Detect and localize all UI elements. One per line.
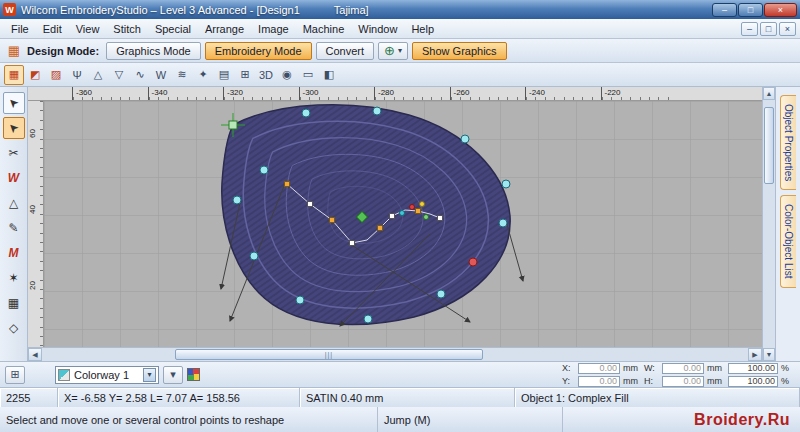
colorway-select[interactable]: Colorway 1 ▾ — [55, 366, 159, 384]
ruler-tick-label: 60 — [28, 129, 43, 205]
scale-width-input[interactable] — [728, 363, 778, 374]
horizontal-ruler: -360-340-320-300-280-260-240-220 — [28, 87, 762, 101]
stitch-toolbar-icon[interactable]: ∿ — [130, 65, 150, 85]
menu-item[interactable]: Help — [404, 21, 441, 37]
star-shape-tool-button[interactable]: ✶ — [3, 267, 25, 289]
menu-item[interactable]: File — [4, 21, 36, 37]
tab-color-object-list[interactable]: Color-Object List — [780, 195, 796, 287]
y-input[interactable] — [578, 376, 620, 387]
mdi-restore-button[interactable]: □ — [760, 22, 777, 36]
select-tool-button[interactable]: ➤ — [3, 92, 25, 114]
mdi-minimize-button[interactable]: – — [741, 22, 758, 36]
w-input[interactable] — [662, 363, 704, 374]
menu-item[interactable]: Window — [351, 21, 404, 37]
scale-height-input[interactable] — [728, 376, 778, 387]
fill-tool-button[interactable]: ▦ — [3, 292, 25, 314]
colorways-icon[interactable] — [187, 368, 200, 381]
graphics-mode-button[interactable]: Graphics Mode — [106, 42, 201, 60]
minimize-button[interactable]: – — [712, 3, 737, 17]
menu-item[interactable]: View — [69, 21, 107, 37]
monogram-tool-button[interactable]: M — [3, 242, 25, 264]
menu-item[interactable]: Special — [148, 21, 198, 37]
maximize-button[interactable]: □ — [738, 3, 763, 17]
ruler-tick-label: -360 — [72, 87, 148, 100]
stitch-toolbar-icon[interactable]: ◉ — [277, 65, 297, 85]
hoop-globe-button[interactable]: ⊕ ▾ — [378, 42, 408, 60]
colorway-swatch-icon — [58, 369, 70, 381]
ruler-tick-label: -340 — [148, 87, 224, 100]
stitch-toolbar-icon[interactable]: ⊞ — [235, 65, 255, 85]
stitch-toolbar-icon[interactable]: ▦ — [4, 65, 24, 85]
menu-item[interactable]: Machine — [296, 21, 352, 37]
embroidery-mode-button[interactable]: Embroidery Mode — [205, 42, 312, 60]
main-area: ➤ ➤ ✂ W △ ✎ M ✶ ▦ ◇ -360-340-320-300-280… — [0, 87, 800, 361]
stitch-toolbar-icon[interactable]: 3D — [256, 65, 276, 85]
scroll-down-icon[interactable]: ▼ — [763, 348, 775, 361]
horizontal-scroll-thumb[interactable]: ||| — [175, 349, 483, 360]
menu-item[interactable]: Arrange — [198, 21, 251, 37]
title-bar: W Wilcom EmbroideryStudio – Level 3 Adva… — [0, 0, 800, 19]
menu-bar: FileEditViewStitchSpecialArrangeImageMac… — [0, 19, 800, 39]
status-bar: 2255 X= -6.58 Y= 2.58 L= 7.07 A= 158.56 … — [0, 387, 800, 407]
canvas-column: -360-340-320-300-280-260-240-220 604020 — [28, 87, 762, 361]
h-unit: mm — [707, 376, 725, 386]
reshape-arrow-icon: ➤ — [5, 119, 22, 136]
mdi-close-button[interactable]: × — [779, 22, 796, 36]
stitch-toolbar-icon[interactable]: ◩ — [25, 65, 45, 85]
hint-bar: Select and move one or several control p… — [0, 407, 800, 432]
transform-fields: X: mm W: mm % Y: mm H: mm % — [562, 362, 795, 387]
docked-panel-tabs: Object Properties Color-Object List — [775, 87, 800, 361]
h-label: H: — [644, 376, 659, 386]
horizontal-scrollbar[interactable]: ◀ ||| ▶ — [28, 347, 762, 361]
colorway-toolbar: ⊞ Colorway 1 ▾ ▾ X: mm W: mm % Y: mm H: … — [0, 361, 800, 387]
scroll-left-icon[interactable]: ◀ — [28, 348, 42, 361]
app-logo-icon: W — [3, 3, 16, 16]
menu-item[interactable]: Image — [251, 21, 296, 37]
mirror-tool-button[interactable]: ◇ — [3, 317, 25, 339]
w-unit: mm — [707, 363, 725, 373]
stitch-toolbar: ▦◩▨Ψ△▽∿W≋✦▤⊞3D◉▭◧ — [0, 63, 800, 87]
menu-item[interactable]: Stitch — [106, 21, 148, 37]
design-canvas[interactable] — [44, 101, 762, 347]
lettering-tool-button[interactable]: W — [3, 167, 25, 189]
mdi-window-controls: – □ × — [741, 22, 796, 36]
chevron-down-icon[interactable]: ▾ — [143, 368, 156, 382]
stitch-toolbar-icon[interactable]: ◧ — [319, 65, 339, 85]
ruler-tick-label: -220 — [601, 87, 677, 100]
stitch-toolbar-icon[interactable]: △ — [88, 65, 108, 85]
x-unit: mm — [623, 363, 641, 373]
palette-dropdown-button[interactable]: ▾ — [163, 366, 183, 384]
stitch-toolbar-icon[interactable]: ≋ — [172, 65, 192, 85]
stitch-toolbar-icon[interactable]: ▤ — [214, 65, 234, 85]
hint-message: Select and move one or several control p… — [0, 407, 378, 432]
selected-object-info: Object 1: Complex Fill — [515, 388, 800, 407]
convert-button[interactable]: Convert — [316, 42, 375, 60]
reshape-tool-button[interactable]: ➤ — [3, 117, 25, 139]
stitch-toolbar-icon[interactable]: ▽ — [109, 65, 129, 85]
tab-object-properties[interactable]: Object Properties — [780, 95, 796, 190]
vertical-scroll-thumb[interactable] — [764, 107, 774, 184]
x-input[interactable] — [578, 363, 620, 374]
knife-tool-button[interactable]: ✂ — [3, 142, 25, 164]
select-arrow-icon: ➤ — [5, 94, 22, 111]
scroll-right-icon[interactable]: ▶ — [748, 348, 762, 361]
stitch-toolbar-icon[interactable]: ▨ — [46, 65, 66, 85]
ruler-tick-label: -240 — [525, 87, 601, 100]
stitch-toolbar-icon[interactable]: ▭ — [298, 65, 318, 85]
stitch-toolbar-icon[interactable]: ✦ — [193, 65, 213, 85]
run-stitch-tool-button[interactable]: △ — [3, 192, 25, 214]
menu-item[interactable]: Edit — [36, 21, 69, 37]
close-button[interactable]: × — [764, 3, 797, 17]
design-grid-button[interactable]: ⊞ — [5, 366, 25, 384]
design-mode-toolbar: ▦ Design Mode: Graphics Mode Embroidery … — [0, 39, 800, 63]
digitize-tool-button[interactable]: ✎ — [3, 217, 25, 239]
vertical-ruler: 604020 — [28, 101, 44, 347]
h-input[interactable] — [662, 376, 704, 387]
vertical-scrollbar[interactable]: ▲ ▼ — [762, 87, 775, 361]
stitch-toolbar-icon[interactable]: W — [151, 65, 171, 85]
menu-items: FileEditViewStitchSpecialArrangeImageMac… — [4, 21, 441, 37]
show-graphics-button[interactable]: Show Graphics — [412, 42, 507, 60]
scroll-up-icon[interactable]: ▲ — [763, 87, 775, 100]
stitch-toolbar-icon[interactable]: Ψ — [67, 65, 87, 85]
ruler-tick-label: 20 — [28, 281, 43, 347]
